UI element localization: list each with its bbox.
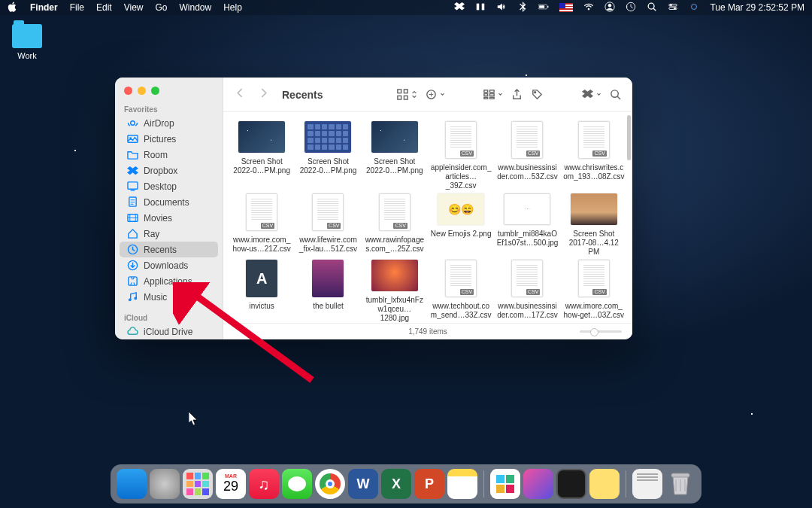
music-icon bbox=[127, 291, 138, 303]
window-minimize[interactable] bbox=[138, 87, 146, 95]
siri-icon[interactable] bbox=[689, 2, 699, 14]
dock-finder[interactable] bbox=[117, 469, 147, 499]
dropbox-status-icon[interactable] bbox=[454, 2, 465, 14]
dock-messages[interactable] bbox=[282, 469, 312, 499]
dock-music[interactable]: ♫ bbox=[249, 469, 279, 499]
sidebar-item-dropbox[interactable]: Dropbox bbox=[120, 163, 218, 178]
sidebar-item-movies[interactable]: Movies bbox=[120, 210, 218, 226]
dock-shortcuts[interactable] bbox=[523, 469, 553, 499]
sidebar-item-documents[interactable]: Documents bbox=[120, 194, 218, 210]
file-name: www.rawinfopages.com_…25Z.csv bbox=[365, 236, 424, 254]
dock-notes[interactable] bbox=[447, 469, 477, 499]
tags-button[interactable] bbox=[531, 88, 544, 101]
file-item[interactable]: www.businessinsider.com…17Z.csv bbox=[495, 260, 559, 323]
dock-terminal[interactable] bbox=[556, 469, 586, 499]
flag-icon[interactable] bbox=[559, 3, 573, 12]
menu-window[interactable]: Window bbox=[180, 2, 212, 13]
dock-launchpad[interactable] bbox=[183, 469, 213, 499]
clock-icon bbox=[127, 244, 138, 255]
wifi-icon[interactable] bbox=[583, 2, 594, 14]
dropbox-toolbar-button[interactable] bbox=[581, 88, 601, 101]
file-item[interactable]: 😊😄New Emojis 2.png bbox=[429, 193, 493, 257]
file-item[interactable]: appleinsider.com_articles…_39Z.csv bbox=[429, 121, 493, 190]
file-item[interactable]: www.chriswrites.com_193…08Z.csv bbox=[562, 121, 626, 190]
dock-stickies[interactable] bbox=[589, 469, 620, 499]
menu-help[interactable]: Help bbox=[223, 2, 242, 13]
file-item[interactable]: tumblr_lxfxu4nFzw1qceu…1280.jpg bbox=[362, 260, 427, 323]
group-button[interactable] bbox=[425, 88, 445, 101]
bluetooth-icon[interactable] bbox=[517, 2, 528, 14]
svg-rect-28 bbox=[398, 96, 401, 99]
menu-edit[interactable]: Edit bbox=[96, 2, 112, 13]
menubar: Finder File Edit View Go Window Help Tue… bbox=[0, 0, 812, 15]
apple-menu[interactable] bbox=[8, 2, 18, 14]
search-button[interactable] bbox=[609, 88, 622, 101]
sidebar-item-desktop[interactable]: Desktop bbox=[120, 178, 218, 194]
dock-settings[interactable] bbox=[150, 469, 180, 499]
sidebar-item-label: Movies bbox=[144, 213, 172, 224]
file-thumbnail bbox=[578, 260, 610, 297]
file-grid[interactable]: Screen Shot2022-0…PM.pngScreen Shot2022-… bbox=[223, 112, 632, 323]
file-item[interactable]: www.imore.com_how-get…03Z.csv bbox=[562, 260, 626, 323]
menu-view[interactable]: View bbox=[124, 2, 144, 13]
sidebar-item-applications[interactable]: Applications bbox=[120, 273, 218, 289]
nav-forward[interactable] bbox=[257, 87, 270, 102]
sidebar-item-airdrop[interactable]: AirDrop bbox=[120, 115, 218, 131]
menu-file[interactable]: File bbox=[70, 2, 84, 13]
sidebar-item-icloud-drive[interactable]: iCloud Drive bbox=[120, 324, 218, 339]
svg-rect-27 bbox=[404, 90, 408, 93]
icon-size-slider[interactable] bbox=[580, 330, 622, 333]
file-item[interactable]: ⋯tumblr_mi884kaOEf1s07st…500.jpg bbox=[495, 193, 559, 257]
app-name[interactable]: Finder bbox=[30, 2, 58, 13]
sidebar-item-music[interactable]: Music bbox=[120, 289, 218, 305]
file-item[interactable]: Ainvictus bbox=[229, 260, 294, 323]
svg-point-6 bbox=[608, 4, 611, 7]
timemachine-icon[interactable] bbox=[626, 2, 636, 14]
dock-chrome[interactable] bbox=[315, 469, 345, 499]
window-maximize[interactable] bbox=[151, 87, 159, 95]
desktop-folder-work[interactable]: Work bbox=[9, 24, 45, 60]
sidebar-item-room[interactable]: Room bbox=[120, 147, 218, 163]
file-name: www.chriswrites.com_193…08Z.csv bbox=[563, 163, 624, 181]
sidebar-item-recents[interactable]: Recents bbox=[120, 242, 218, 257]
dock-trash[interactable] bbox=[665, 469, 695, 499]
dock-excel[interactable]: X bbox=[381, 469, 411, 499]
file-item[interactable]: the bullet bbox=[295, 260, 360, 323]
user-icon[interactable] bbox=[604, 2, 615, 14]
dock-slack[interactable] bbox=[490, 469, 520, 499]
share-button[interactable] bbox=[511, 88, 523, 101]
dock-calendar[interactable]: MAR29 bbox=[216, 469, 246, 499]
file-thumbnail bbox=[511, 260, 543, 297]
file-item[interactable]: Screen Shot2022-0…PM.png bbox=[295, 121, 360, 190]
file-item[interactable]: www.imore.com_how-us…21Z.csv bbox=[229, 193, 294, 257]
scrollbar[interactable] bbox=[627, 115, 631, 160]
nav-back[interactable] bbox=[234, 87, 247, 102]
file-item[interactable]: www.businessinsider.com…53Z.csv bbox=[495, 121, 559, 190]
file-name: tumblr_mi884kaOEf1s07st…500.jpg bbox=[497, 230, 559, 248]
file-item[interactable]: www.lifewire.com_fix-lau…51Z.csv bbox=[295, 193, 360, 257]
sidebar-item-downloads[interactable]: Downloads bbox=[120, 257, 218, 273]
view-mode-button[interactable] bbox=[396, 88, 417, 101]
arrange-button[interactable] bbox=[483, 88, 503, 101]
file-item[interactable]: Screen Shot2022-0…PM.png bbox=[362, 121, 427, 190]
svg-point-12 bbox=[674, 7, 677, 9]
file-name: www.techbout.com_send…33Z.csv bbox=[431, 302, 492, 320]
window-close[interactable] bbox=[124, 87, 132, 95]
spotlight-icon[interactable] bbox=[647, 2, 657, 14]
menu-go[interactable]: Go bbox=[156, 2, 168, 13]
file-item[interactable]: www.rawinfopages.com_…25Z.csv bbox=[362, 193, 427, 257]
dock-textedit[interactable] bbox=[632, 469, 662, 499]
file-item[interactable]: Screen Shot2022-0…PM.png bbox=[229, 121, 294, 190]
sidebar-item-pictures[interactable]: Pictures bbox=[120, 131, 218, 147]
file-item[interactable]: Screen Shot2017-08…4.12 PM bbox=[562, 193, 626, 257]
dock-powerpoint[interactable]: P bbox=[414, 469, 444, 499]
clock[interactable]: Tue Mar 29 2:52:52 PM bbox=[710, 2, 804, 13]
control-center-icon[interactable] bbox=[668, 2, 678, 14]
volume-icon[interactable] bbox=[496, 2, 507, 14]
dock-word[interactable]: W bbox=[348, 469, 378, 499]
battery-widget-icon[interactable] bbox=[475, 2, 486, 14]
documents-icon bbox=[127, 196, 138, 208]
battery-icon[interactable] bbox=[538, 2, 549, 14]
file-item[interactable]: www.techbout.com_send…33Z.csv bbox=[429, 260, 493, 323]
sidebar-item-ray[interactable]: Ray bbox=[120, 226, 218, 242]
